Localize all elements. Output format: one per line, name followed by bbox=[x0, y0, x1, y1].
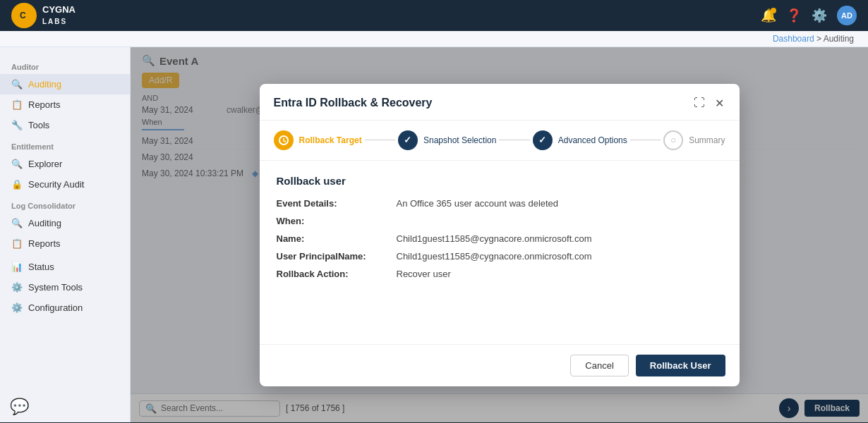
sidebar-section-auditor: Auditor bbox=[0, 56, 130, 74]
sidebar-label-status: Status bbox=[28, 262, 54, 272]
sidebar-item-explorer[interactable]: 🔍 Explorer bbox=[0, 154, 130, 174]
step-icon-summary: ○ bbox=[663, 130, 683, 150]
close-icon: ✕ bbox=[715, 97, 724, 109]
detail-row-when: When: bbox=[277, 216, 723, 226]
sidebar-label-security-audit: Security Audit bbox=[28, 179, 85, 190]
close-button[interactable]: ✕ bbox=[713, 95, 725, 111]
sidebar-item-auditing[interactable]: 🔍 Auditing bbox=[0, 74, 130, 94]
step-rollback-target[interactable]: Rollback Target bbox=[274, 130, 362, 150]
detail-label-name: Name: bbox=[277, 233, 397, 244]
sidebar: Auditor 🔍 Auditing 📋 Reports 🔧 Tools Ent… bbox=[0, 47, 131, 422]
step-label-snapshot: Snapshot Selection bbox=[423, 135, 496, 145]
step-label-advanced: Advanced Options bbox=[558, 135, 627, 145]
sidebar-item-status[interactable]: 📊 Status bbox=[0, 257, 130, 277]
detail-row-event: Event Details: An Office 365 user accoun… bbox=[277, 198, 723, 209]
detail-row-upn: User PrincipalName: Child1guest11585@cyg… bbox=[277, 251, 723, 262]
reports-icon: 📋 bbox=[11, 99, 23, 110]
sidebar-item-lc-auditing[interactable]: 🔍 Auditing bbox=[0, 213, 130, 233]
step-connector-2 bbox=[499, 140, 529, 140]
sidebar-label-configuration: Configuration bbox=[28, 302, 83, 313]
sidebar-item-reports[interactable]: 📋 Reports bbox=[0, 94, 130, 115]
stepper: Rollback Target ✓ Snapshot Selection ✓ A… bbox=[260, 121, 740, 161]
modal-section-title: Rollback user bbox=[277, 175, 723, 187]
avatar[interactable]: AD bbox=[837, 6, 857, 25]
lc-reports-icon: 📋 bbox=[11, 238, 23, 249]
breadcrumb-separator: > bbox=[816, 34, 824, 44]
sidebar-item-security-audit[interactable]: 🔒 Security Audit bbox=[0, 174, 130, 195]
detail-row-action: Rollback Action: Recover user bbox=[277, 269, 723, 279]
help-icon[interactable]: ❓ bbox=[786, 8, 802, 23]
tools-icon: 🔧 bbox=[11, 120, 23, 130]
config-icon: ⚙️ bbox=[11, 302, 23, 313]
modal-header: Entra ID Rollback & Recovery ⛶ ✕ bbox=[260, 84, 740, 121]
sidebar-item-configuration[interactable]: ⚙️ Configuration bbox=[0, 298, 130, 318]
sidebar-label-lc-auditing: Auditing bbox=[28, 218, 61, 228]
logo: C CYGNALABS bbox=[11, 3, 76, 28]
detail-label-event: Event Details: bbox=[277, 198, 397, 209]
overlay: Entra ID Rollback & Recovery ⛶ ✕ bbox=[131, 47, 868, 422]
detail-label-when: When: bbox=[277, 216, 397, 226]
step-icon-advanced: ✓ bbox=[533, 130, 553, 150]
sidebar-label-lc-reports: Reports bbox=[28, 238, 61, 249]
sidebar-label-reports: Reports bbox=[28, 99, 61, 110]
step-icon-snapshot: ✓ bbox=[398, 130, 418, 150]
svg-text:C: C bbox=[20, 11, 26, 20]
breadcrumb: Dashboard > Auditing bbox=[0, 31, 868, 47]
modal-body: Rollback user Event Details: An Office 3… bbox=[260, 161, 740, 344]
notification-icon-wrap[interactable]: 🔔 bbox=[761, 8, 776, 23]
main-layout: Auditor 🔍 Auditing 📋 Reports 🔧 Tools Ent… bbox=[0, 47, 868, 422]
detail-label-upn: User PrincipalName: bbox=[277, 251, 397, 262]
nav-icons: 🔔 ❓ ⚙️ AD bbox=[761, 6, 857, 25]
chat-icon-btn[interactable]: 💬 bbox=[10, 398, 29, 416]
lc-auditing-icon: 🔍 bbox=[11, 218, 23, 228]
sidebar-item-tools[interactable]: 🔧 Tools bbox=[0, 115, 130, 135]
chat-icon: 💬 bbox=[10, 398, 29, 415]
step-icon-rollback-target bbox=[274, 130, 294, 150]
sidebar-item-system-tools[interactable]: ⚙️ System Tools bbox=[0, 277, 130, 298]
step-snapshot-selection[interactable]: ✓ Snapshot Selection bbox=[398, 130, 496, 150]
sidebar-label-system-tools: System Tools bbox=[28, 282, 83, 293]
modal-header-actions: ⛶ ✕ bbox=[692, 95, 725, 111]
detail-value-action: Recover user bbox=[397, 269, 451, 279]
step-connector-3 bbox=[630, 140, 661, 140]
detail-value-name: Child1guest11585@cygnacore.onmicrosoft.c… bbox=[397, 233, 592, 244]
logo-icon: C bbox=[11, 3, 37, 28]
system-tools-icon: ⚙️ bbox=[11, 282, 23, 293]
security-icon: 🔒 bbox=[11, 179, 23, 190]
detail-row-name: Name: Child1guest11585@cygnacore.onmicro… bbox=[277, 233, 723, 244]
breadcrumb-dashboard[interactable]: Dashboard bbox=[773, 34, 814, 44]
modal-footer: Cancel Rollback User bbox=[260, 344, 740, 386]
expand-icon: ⛶ bbox=[694, 97, 705, 109]
logo-text: CYGNALABS bbox=[42, 4, 76, 26]
step-connector-1 bbox=[365, 140, 395, 140]
detail-value-upn: Child1guest11585@cygnacore.onmicrosoft.c… bbox=[397, 251, 592, 262]
modal-title: Entra ID Rollback & Recovery bbox=[274, 97, 433, 109]
detail-label-action: Rollback Action: bbox=[277, 269, 397, 279]
sidebar-label-explorer: Explorer bbox=[28, 159, 62, 169]
detail-value-event: An Office 365 user account was deleted bbox=[397, 198, 559, 209]
sidebar-item-lc-reports[interactable]: 📋 Reports bbox=[0, 233, 130, 254]
step-label-rollback-target: Rollback Target bbox=[299, 135, 362, 145]
content-area: 🔍 Event A Add/R AND May 31, 2024 cwalker… bbox=[131, 47, 868, 422]
search-icon: 🔍 bbox=[11, 79, 23, 90]
notification-dot bbox=[771, 8, 776, 13]
status-icon: 📊 bbox=[11, 262, 23, 272]
sidebar-section-entitlement: Entitlement bbox=[0, 135, 130, 154]
detail-table: Event Details: An Office 365 user accoun… bbox=[277, 198, 723, 279]
step-advanced-options[interactable]: ✓ Advanced Options bbox=[533, 130, 627, 150]
sidebar-label-auditing: Auditing bbox=[28, 79, 61, 90]
sidebar-label-tools: Tools bbox=[28, 120, 49, 130]
explorer-icon: 🔍 bbox=[11, 159, 23, 169]
modal: Entra ID Rollback & Recovery ⛶ ✕ bbox=[260, 84, 740, 386]
rollback-user-button[interactable]: Rollback User bbox=[636, 355, 725, 376]
breadcrumb-auditing: Auditing bbox=[824, 34, 854, 44]
expand-button[interactable]: ⛶ bbox=[692, 95, 706, 111]
cancel-button[interactable]: Cancel bbox=[570, 355, 628, 376]
settings-icon[interactable]: ⚙️ bbox=[812, 8, 827, 23]
step-label-summary: Summary bbox=[689, 135, 725, 145]
top-nav: C CYGNALABS 🔔 ❓ ⚙️ AD bbox=[0, 0, 868, 31]
sidebar-section-log-consolidator: Log Consolidator bbox=[0, 195, 130, 213]
step-summary[interactable]: ○ Summary bbox=[663, 130, 725, 150]
